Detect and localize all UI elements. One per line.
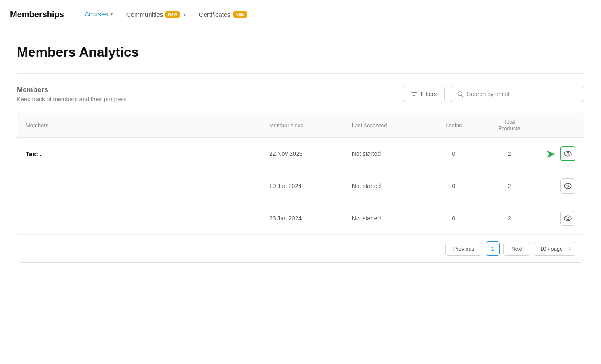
page-number-1[interactable]: 1: [486, 241, 500, 256]
filters-label: Filters: [421, 91, 437, 97]
search-box[interactable]: [450, 86, 584, 102]
member-name-cell: [17, 202, 261, 235]
svg-point-8: [567, 185, 569, 187]
section-divider: [17, 73, 584, 74]
col-header-last-accessed: Last Accessed: [344, 113, 426, 138]
communities-chevron-icon: ▾: [183, 12, 186, 18]
action-cell: [537, 202, 584, 235]
nav-item-certificates[interactable]: Certificates New: [192, 0, 254, 29]
logins-cell: 0: [426, 202, 482, 235]
highlight-arrow-icon: ➤: [546, 147, 555, 161]
table-row: 19 Jan 2024 Not started 0 2: [17, 170, 584, 202]
logins-value: 0: [452, 183, 456, 189]
svg-point-7: [564, 183, 571, 189]
last-accessed-value: Not started: [352, 150, 381, 157]
search-icon: [457, 91, 464, 97]
table-row: 23 Jan 2024 Not started 0 2: [17, 202, 584, 235]
members-header: Members Keep track of members and their …: [17, 86, 584, 102]
total-products-cell: 2: [481, 202, 537, 235]
members-heading: Members: [17, 86, 126, 94]
eye-icon: [564, 215, 572, 222]
page-size-select[interactable]: 10 / page 20 / page 50 / page: [534, 242, 575, 256]
communities-new-badge: New: [165, 11, 179, 18]
logins-value: 0: [452, 215, 456, 222]
nav-communities-label: Communities: [126, 11, 163, 18]
action-cell-inner: ➤: [546, 146, 575, 161]
top-navigation: Memberships Courses ▾ Communities New ▾ …: [0, 0, 601, 29]
page-title: Members Analytics: [17, 45, 584, 60]
members-table: Members Member since ↓ Last Accessed Log…: [17, 113, 584, 234]
last-accessed-value: Not started: [352, 183, 381, 189]
member-name-cell: Test .: [17, 138, 261, 170]
svg-point-5: [564, 151, 571, 156]
svg-point-9: [564, 216, 571, 221]
total-products-value: 2: [508, 215, 511, 222]
action-cell-inner: [546, 178, 575, 194]
col-header-action: [537, 113, 584, 138]
action-cell-inner: [546, 211, 575, 226]
svg-point-6: [567, 152, 569, 155]
view-member-button[interactable]: [560, 178, 575, 194]
action-cell: [537, 170, 584, 202]
nav-item-communities[interactable]: Communities New ▾: [120, 0, 192, 29]
pagination-row: Previous 1 Next 10 / page 20 / page 50 /…: [17, 234, 584, 262]
member-since-value: 23 Jan 2024: [269, 215, 302, 222]
next-button[interactable]: Next: [503, 242, 530, 256]
svg-line-4: [462, 95, 463, 97]
col-header-logins: Logins: [426, 113, 482, 138]
member-since-cell: 19 Jan 2024: [261, 170, 344, 202]
members-controls: Filters: [403, 86, 584, 102]
table-row: Test . 22 Nov 2023 Not started 0 2: [17, 138, 584, 170]
last-accessed-cell: Not started: [344, 170, 426, 202]
search-input[interactable]: [467, 91, 577, 97]
members-subtext: Keep track of members and their progress: [17, 96, 126, 102]
col-header-total-products: TotalProducts: [481, 113, 537, 138]
member-since-value: 19 Jan 2024: [269, 183, 302, 189]
main-content: Members Analytics Members Keep track of …: [0, 29, 601, 364]
logins-cell: 0: [426, 138, 482, 170]
member-since-cell: 22 Nov 2023: [261, 138, 344, 170]
previous-button[interactable]: Previous: [445, 242, 483, 256]
nav-courses-label: Courses: [84, 10, 108, 18]
eye-icon: [564, 150, 572, 157]
filters-button[interactable]: Filters: [403, 86, 445, 102]
table-header-row: Members Member since ↓ Last Accessed Log…: [17, 113, 584, 138]
member-name: Test .: [26, 150, 42, 157]
total-products-cell: 2: [481, 170, 537, 202]
nav-brand: Memberships: [10, 10, 64, 19]
action-cell: ➤: [537, 138, 584, 170]
logins-cell: 0: [426, 170, 482, 202]
last-accessed-value: Not started: [352, 215, 381, 222]
certificates-new-badge: New: [233, 11, 247, 18]
page-size-select-wrap[interactable]: 10 / page 20 / page 50 / page: [534, 242, 575, 256]
logins-value: 0: [452, 150, 456, 157]
member-since-cell: 23 Jan 2024: [261, 202, 344, 235]
last-accessed-cell: Not started: [344, 138, 426, 170]
nav-item-courses[interactable]: Courses ▾: [78, 0, 120, 29]
members-info: Members Keep track of members and their …: [17, 86, 126, 102]
member-since-value: 22 Nov 2023: [269, 150, 302, 157]
col-header-member-since[interactable]: Member since ↓: [261, 113, 344, 138]
col-header-members: Members: [17, 113, 261, 138]
total-products-cell: 2: [481, 138, 537, 170]
courses-chevron-icon: ▾: [110, 11, 113, 17]
members-table-container: Members Member since ↓ Last Accessed Log…: [17, 113, 584, 263]
sort-desc-icon: ↓: [306, 123, 309, 128]
view-member-button[interactable]: [560, 211, 575, 226]
total-products-value: 2: [508, 183, 511, 189]
filters-icon: [411, 91, 417, 97]
svg-point-10: [567, 217, 569, 219]
eye-icon: [564, 182, 572, 190]
last-accessed-cell: Not started: [344, 202, 426, 235]
member-name-cell: [17, 170, 261, 202]
view-member-button[interactable]: [560, 146, 575, 161]
total-products-value: 2: [508, 150, 511, 157]
nav-certificates-label: Certificates: [199, 11, 231, 18]
